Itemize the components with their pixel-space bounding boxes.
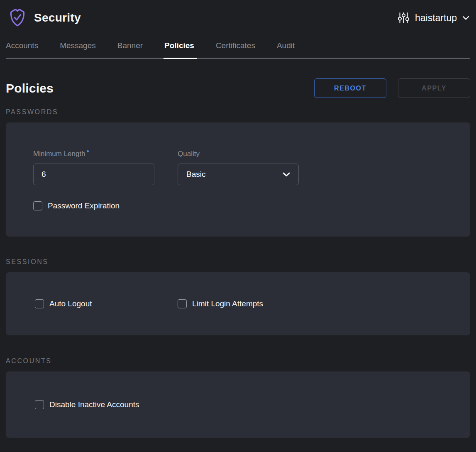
account-name: haistartup (415, 12, 457, 24)
sessions-section-heading: SESSIONS (6, 258, 470, 266)
tab-banner[interactable]: Banner (117, 40, 143, 58)
sliders-icon (398, 12, 410, 24)
tab-messages[interactable]: Messages (60, 40, 96, 58)
tab-bar: Accounts Messages Banner Policies Certif… (6, 36, 470, 59)
quality-selected-value: Basic (186, 170, 283, 179)
accounts-card: Disable Inactive Accounts (6, 371, 470, 438)
required-indicator (87, 150, 89, 152)
password-expiration-checkbox-group[interactable]: Password Expiration (33, 201, 443, 210)
shield-check-icon (8, 7, 27, 29)
minimum-length-field: Minimum Length (33, 149, 154, 185)
chevron-down-icon (462, 16, 469, 20)
sessions-card: Auto Logout Limit Login Attempts (6, 272, 470, 335)
quality-select[interactable]: Basic (178, 164, 299, 185)
limit-login-attempts-checkbox[interactable] (178, 299, 187, 308)
disable-inactive-accounts-label: Disable Inactive Accounts (49, 400, 139, 409)
quality-label: Quality (178, 149, 299, 158)
auto-logout-checkbox[interactable] (35, 299, 44, 308)
app-title: Security (34, 11, 81, 24)
password-expiration-label: Password Expiration (48, 201, 120, 210)
limit-login-attempts-label: Limit Login Attempts (192, 299, 263, 308)
minimum-length-label: Minimum Length (33, 149, 154, 158)
account-menu[interactable]: haistartup (398, 12, 469, 24)
apply-button[interactable]: APPLY (398, 78, 470, 98)
tab-audit[interactable]: Audit (277, 40, 295, 58)
head-buttons: REBOOT APPLY (314, 78, 470, 98)
minimum-length-input[interactable] (33, 164, 154, 185)
disable-inactive-accounts-checkbox-group[interactable]: Disable Inactive Accounts (35, 400, 139, 409)
accounts-section-heading: ACCOUNTS (6, 357, 470, 365)
password-expiration-checkbox[interactable] (33, 201, 42, 210)
app-header: Security haistartup (0, 0, 476, 36)
passwords-checkbox-row: Password Expiration (33, 201, 443, 210)
auto-logout-label: Auto Logout (49, 299, 92, 308)
page-title: Policies (6, 81, 54, 95)
auto-logout-checkbox-group[interactable]: Auto Logout (35, 299, 178, 308)
passwords-section-heading: PASSWORDS (6, 108, 470, 116)
passwords-fields-row: Minimum Length Quality Basic (33, 149, 443, 185)
passwords-card: Minimum Length Quality Basic Password Ex… (6, 122, 470, 237)
page-head: Policies REBOOT APPLY (6, 78, 470, 98)
tab-policies[interactable]: Policies (164, 40, 194, 58)
chevron-down-icon (283, 172, 290, 177)
tab-accounts[interactable]: Accounts (6, 40, 38, 58)
disable-inactive-accounts-checkbox[interactable] (35, 400, 44, 409)
tab-certificates[interactable]: Certificates (216, 40, 255, 58)
quality-field: Quality Basic (178, 149, 299, 185)
limit-login-attempts-checkbox-group[interactable]: Limit Login Attempts (178, 299, 263, 308)
reboot-button[interactable]: REBOOT (314, 78, 386, 98)
